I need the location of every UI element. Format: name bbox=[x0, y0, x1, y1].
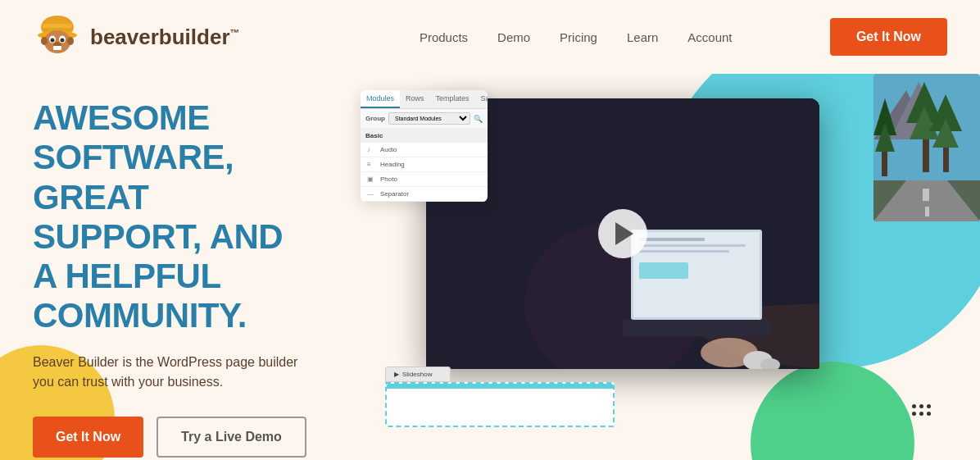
main-nav: Products Demo Pricing Learn Account bbox=[240, 30, 830, 44]
hero-visuals: Modules Rows Templates Saved Group Stand… bbox=[344, 74, 980, 460]
panel-tabs: Modules Rows Templates Saved bbox=[361, 90, 488, 109]
svg-rect-12 bbox=[43, 24, 72, 28]
hero-subtext: Beaver Builder is the WordPress page bui… bbox=[33, 353, 311, 392]
slideshow-inner-bar bbox=[387, 384, 613, 389]
panel-item-separator[interactable]: — Separator bbox=[361, 187, 488, 202]
svg-rect-39 bbox=[923, 189, 929, 201]
tab-modules[interactable]: Modules bbox=[361, 90, 400, 108]
hero-content: AWESOME SOFTWARE, GREAT SUPPORT, AND A H… bbox=[0, 74, 344, 460]
logo[interactable]: beaverbuilder™ bbox=[33, 12, 240, 61]
svg-point-6 bbox=[51, 39, 55, 43]
panel-item-photo[interactable]: ▣ Photo bbox=[361, 172, 488, 187]
hero-buttons: Get It Now Try a Live Demo bbox=[33, 417, 311, 458]
heading-icon: ≡ bbox=[367, 162, 375, 168]
nav-item-account[interactable]: Account bbox=[687, 30, 732, 44]
nav-item-pricing[interactable]: Pricing bbox=[560, 30, 597, 44]
header-cta-button[interactable]: Get It Now bbox=[830, 18, 947, 56]
logo-icon bbox=[33, 12, 82, 61]
nav-item-products[interactable]: Products bbox=[420, 30, 468, 44]
slideshow-content bbox=[385, 382, 615, 427]
separator-icon: — bbox=[367, 191, 375, 198]
hero-section: AWESOME SOFTWARE, GREAT SUPPORT, AND A H… bbox=[0, 74, 980, 460]
svg-rect-18 bbox=[639, 238, 705, 241]
panel-section-basic: Basic bbox=[361, 129, 488, 143]
slideshow-label: ▶ Slideshow bbox=[385, 367, 451, 382]
site-header: beaverbuilder™ Products Demo Pricing Lea… bbox=[0, 0, 980, 74]
panel-item-audio[interactable]: ♪ Audio bbox=[361, 143, 488, 157]
search-icon[interactable]: 🔍 bbox=[474, 115, 483, 123]
play-button[interactable] bbox=[598, 209, 647, 258]
forest-illustration bbox=[873, 74, 980, 221]
photo-icon: ▣ bbox=[367, 176, 375, 183]
hero-get-it-now-button[interactable]: Get It Now bbox=[33, 417, 143, 458]
slideshow-icon: ▶ bbox=[394, 371, 399, 378]
play-icon bbox=[615, 222, 633, 245]
svg-point-7 bbox=[61, 39, 65, 43]
svg-point-10 bbox=[41, 37, 48, 45]
hero-live-demo-button[interactable]: Try a Live Demo bbox=[157, 417, 306, 458]
svg-rect-19 bbox=[639, 244, 746, 247]
nav-item-learn[interactable]: Learn bbox=[627, 30, 658, 44]
forest-image bbox=[873, 74, 980, 221]
logo-wordmark: beaverbuilder™ bbox=[90, 25, 240, 50]
panel-group-row: Group Standard Modules 🔍 bbox=[361, 109, 488, 129]
panel-group-label: Group bbox=[365, 115, 385, 122]
tab-templates[interactable]: Templates bbox=[430, 90, 475, 108]
svg-point-11 bbox=[67, 37, 74, 45]
audio-icon: ♪ bbox=[367, 147, 375, 153]
decorative-dots bbox=[912, 404, 931, 419]
svg-rect-9 bbox=[53, 46, 61, 50]
nav-item-demo[interactable]: Demo bbox=[497, 30, 530, 44]
panel-group-select[interactable]: Standard Modules bbox=[388, 112, 470, 125]
slideshow-bar: ▶ Slideshow bbox=[385, 365, 615, 427]
panel-item-heading[interactable]: ≡ Heading bbox=[361, 157, 488, 172]
tab-saved[interactable]: Saved bbox=[475, 90, 488, 108]
hero-headline: AWESOME SOFTWARE, GREAT SUPPORT, AND A H… bbox=[33, 98, 311, 336]
svg-rect-21 bbox=[639, 262, 688, 279]
svg-rect-20 bbox=[639, 250, 729, 253]
svg-rect-40 bbox=[925, 207, 929, 216]
tab-rows[interactable]: Rows bbox=[400, 90, 430, 108]
svg-rect-22 bbox=[623, 320, 770, 336]
builder-panel: Modules Rows Templates Saved Group Stand… bbox=[361, 90, 488, 202]
